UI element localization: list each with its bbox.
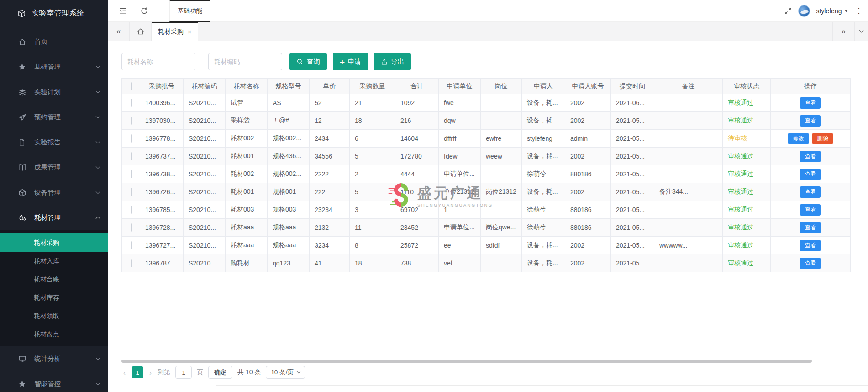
sidebar-subitem-label: 耗材采购 [34,239,59,246]
user-avatar[interactable] [798,5,810,17]
query-button[interactable]: 查询 [289,53,327,70]
star-icon [18,380,27,388]
more-options-icon[interactable]: ⋮ [853,6,864,15]
sidebar-item[interactable]: 基础管理 [0,54,108,79]
sidebar-item[interactable]: 实验报告 [0,130,108,155]
tab-consumables-procurement[interactable]: 耗材采购 × [152,22,198,41]
sidebar-subitem[interactable]: 耗材盘点 [0,325,108,343]
plus-icon: + [340,58,345,66]
sidebar-subitem[interactable]: 耗材台账 [0,270,108,288]
apply-button-label: 申请 [348,58,361,66]
sidebar-subitem[interactable]: 耗材采购 [0,233,108,252]
horizontal-scrollbar[interactable] [121,360,812,363]
table-cell: 备注344... [654,183,722,201]
table-cell: 徐萌兮 [521,201,565,219]
sidebar-item[interactable]: 成果管理 [0,155,108,180]
table-cell: 1396778... [140,130,184,148]
table-cell: 2 [350,165,395,183]
row-checkbox[interactable] [131,188,132,196]
table-cell: S20210... [184,201,226,219]
table-cell [654,94,722,112]
sidebar-subitem[interactable]: 耗材入库 [0,252,108,270]
status-badge: 待审核 [728,134,747,142]
confirm-button[interactable]: 确定 [208,366,232,379]
goto-page-input[interactable] [175,366,192,379]
tabs-bar-right: » [832,22,868,41]
chevron-down-icon [96,356,100,360]
sidebar-subitem[interactable]: 耗材库存 [0,288,108,307]
export-button[interactable]: 导出 [374,53,411,70]
status-cell: 审核通过 [722,254,770,272]
sidebar-item[interactable]: 首页 [0,29,108,54]
view-button[interactable]: 查看 [800,115,821,127]
tabs-scroll-left-icon[interactable]: « [108,22,130,41]
consumable-code-input[interactable] [208,53,282,70]
view-button[interactable]: 查看 [800,186,821,198]
content-panel: 查询 + 申请 导出 采购批号耗材编码耗材名称规格型号单价采购数量合计申请单位岗… [108,41,868,272]
topbar-right: stylefeng ▾ ⋮ [784,5,868,17]
sidebar-item-label: 基础管理 [34,63,61,71]
table-cell: 1092 [395,94,439,112]
row-checkbox[interactable] [131,259,132,267]
fullscreen-icon[interactable] [784,7,792,15]
sidebar-subitem[interactable]: 耗材领取 [0,307,108,325]
sidebar-item[interactable]: 耗材管理 [0,205,108,230]
view-button[interactable]: 查看 [800,169,821,180]
consumable-name-input[interactable] [121,53,195,70]
refresh-icon[interactable] [140,7,148,15]
user-caret-down-icon[interactable]: ▾ [845,8,847,14]
sidebar-item[interactable]: 设备管理 [0,180,108,205]
view-button[interactable]: 查看 [800,258,821,269]
tab-basic-functions[interactable]: 基础功能 [169,0,210,22]
table-cell: fdew [439,148,481,165]
monitor-icon [18,355,27,363]
view-button[interactable]: 查看 [800,97,821,109]
view-button[interactable]: 查看 [800,151,821,162]
menu-fold-icon[interactable] [119,6,127,15]
table-cell: 23234 [310,201,350,219]
row-checkbox[interactable] [131,117,132,125]
sidebar-subitem-label: 耗材盘点 [34,330,59,338]
view-button[interactable]: 查看 [800,204,821,216]
username[interactable]: stylefeng [816,7,842,15]
row-checkbox[interactable] [131,152,132,160]
home-tab-icon[interactable] [130,22,152,41]
status-cell: 审核通过 [722,219,770,237]
prev-page-icon[interactable]: ‹ [122,369,126,376]
star-icon [18,63,27,71]
tab-basic-functions-label: 基础功能 [178,7,202,15]
view-button[interactable]: 查看 [800,222,821,233]
row-checkbox[interactable] [131,223,132,232]
next-page-icon[interactable]: › [148,369,153,376]
tabs-menu-chevron-down-icon[interactable] [854,22,868,41]
apply-button[interactable]: + 申请 [333,53,368,70]
row-checkbox[interactable] [131,99,132,107]
table-cell: 规格002... [268,130,310,148]
table-cell: 25872 [395,237,439,254]
table-cell: wwwww... [654,237,722,254]
table-cell: 岗位qwe... [481,219,522,237]
page-size-select[interactable]: 10 条/页 [266,366,305,379]
table-cell: 6 [350,130,395,148]
delete-button[interactable]: 删除 [812,133,833,144]
select-all-checkbox[interactable] [131,82,132,90]
sidebar-item[interactable]: 统计分析 [0,346,108,371]
tab-close-icon[interactable]: × [188,28,191,36]
tabs-scroll-right-icon[interactable]: » [832,22,854,41]
sidebar-item-label: 预约管理 [34,113,61,122]
table-cell: S20210... [184,112,226,130]
page-1-button[interactable]: 1 [132,366,143,378]
table-cell: 880186 [565,219,610,237]
view-button[interactable]: 查看 [800,240,821,251]
table-cell: 1396727... [140,237,184,254]
status-badge: 审核通过 [728,99,753,106]
row-checkbox[interactable] [131,241,132,249]
row-checkbox[interactable] [131,206,132,214]
sidebar-item[interactable]: 智能管控 [0,371,108,392]
table-cell: 1400396... [140,94,184,112]
row-checkbox[interactable] [131,170,132,178]
edit-button[interactable]: 修改 [788,133,809,144]
sidebar-item[interactable]: 预约管理 [0,105,108,130]
row-checkbox[interactable] [131,134,132,143]
sidebar-item[interactable]: 实验计划 [0,79,108,105]
